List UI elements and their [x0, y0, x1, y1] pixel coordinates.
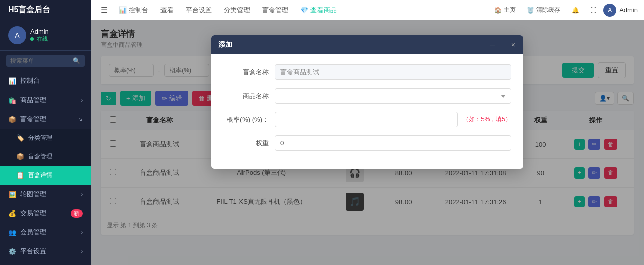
- detail-icon: 📋: [16, 171, 24, 179]
- sidebar-item-platform[interactable]: ⚙️ 平台设置 ›: [0, 242, 91, 261]
- prob-label: 概率(%) (%)：: [223, 115, 269, 124]
- modal-restore-button[interactable]: □: [500, 41, 506, 49]
- box-name-input[interactable]: [275, 64, 511, 80]
- sidebar-item-label: 平台设置: [20, 247, 46, 256]
- chevron-right-icon: ›: [81, 230, 83, 235]
- blindbox-mgr-icon: 📦: [16, 153, 24, 160]
- topnav-avatar: A: [603, 4, 616, 17]
- topnav-home-label: 主页: [504, 6, 516, 14]
- sidebar-item-category[interactable]: 🏷️ 分类管理: [0, 129, 91, 147]
- topnav-home[interactable]: 🏠 主页: [490, 4, 520, 16]
- sidebar-item-goods[interactable]: 🛍️ 商品管理 ›: [0, 91, 91, 110]
- modal-minimize-button[interactable]: ─: [489, 41, 496, 49]
- member-icon: 👥: [8, 229, 16, 236]
- topnav-label: 盲盒管理: [262, 6, 288, 15]
- sidebar-item-label: 交易管理: [20, 209, 46, 218]
- menu-toggle-button[interactable]: ☰: [97, 3, 112, 17]
- modal-body: 盲盒名称 商品名称 概率(%) (%)： （如：5%，填5）: [211, 54, 523, 169]
- page-content: 盲盒详情 盲盒中商品管理 - 提交 重置 ↻ + 添加 ✏ 编辑 🗑: [91, 20, 644, 265]
- user-status: 在线: [30, 35, 49, 43]
- modal-title: 添加: [218, 40, 232, 49]
- sidebar-item-member[interactable]: 👥 会员管理 ›: [0, 223, 91, 242]
- platform-icon: ⚙️: [8, 248, 16, 255]
- chevron-right-icon: ›: [81, 192, 83, 197]
- category-icon: 🏷️: [16, 134, 24, 142]
- topnav-notify[interactable]: 🔔: [568, 5, 583, 16]
- chevron-down-icon: ∨: [79, 117, 83, 122]
- sidebar-search-bar: 🔍: [0, 51, 91, 71]
- weight-label: 权重: [223, 139, 269, 148]
- sidebar-item-blindbox[interactable]: 📦 盲盒管理 ∨: [0, 110, 91, 129]
- expand-icon: ⛶: [590, 7, 596, 14]
- topnav-label: 查看商品: [310, 6, 337, 15]
- topnav-admin-name: Admin: [619, 6, 638, 14]
- topnav-label: 查看: [160, 6, 174, 15]
- topnav-right: 🏠 主页 🗑️ 清除缓存 🔔 ⛶ A Admin: [490, 4, 638, 17]
- modal-header: 添加 ─ □ ×: [211, 35, 523, 54]
- sidebar-sub-blindbox: 🏷️ 分类管理 📦 盲盒管理 📋 盲盒详情: [0, 129, 91, 185]
- sidebar: H5盲盒后台 A Admin 在线 🔍 📊 控制台 🛍️ 商品管理 › 📦: [0, 0, 91, 265]
- blindbox-icon: 📦: [8, 116, 16, 123]
- sidebar-user: A Admin 在线: [0, 20, 91, 51]
- sidebar-item-label: 控制台: [20, 76, 40, 85]
- form-row-prob: 概率(%) (%)： （如：5%，填5）: [223, 112, 511, 127]
- status-dot: [30, 37, 34, 41]
- trade-icon: 💰: [8, 210, 16, 217]
- topnav-platform-settings[interactable]: 平台设置: [181, 4, 217, 17]
- sidebar-item-label: 盲盒管理: [20, 115, 46, 124]
- form-row-weight: 权重: [223, 135, 511, 151]
- topnav-view-goods[interactable]: 💎 查看商品: [295, 4, 342, 17]
- box-name-label: 盲盒名称: [223, 68, 269, 77]
- modal-overlay: 添加 ─ □ × 盲盒名称 商品名称: [91, 20, 644, 265]
- sidebar-item-label: 盲盒管理: [28, 152, 52, 161]
- sidebar-item-label: 盲盒详情: [28, 171, 52, 180]
- chevron-right-icon: ›: [81, 249, 83, 254]
- sidebar-item-label: 轮图管理: [20, 190, 46, 199]
- prob-hint: （如：5%，填5）: [463, 115, 511, 124]
- topnav-blindbox[interactable]: 盲盒管理: [257, 4, 293, 17]
- sidebar-item-common[interactable]: 🔧 常规管理 ›: [0, 261, 91, 265]
- topnav-category[interactable]: 分类管理: [219, 4, 255, 17]
- product-name-select[interactable]: [275, 88, 511, 104]
- sidebar-item-blindbox-mgr[interactable]: 📦 盲盒管理: [0, 147, 91, 166]
- avatar: A: [8, 26, 26, 44]
- trade-badge: 新: [71, 209, 83, 218]
- bell-icon: 🔔: [572, 7, 579, 14]
- sidebar-item-label: 会员管理: [20, 228, 46, 237]
- sidebar-logo: H5盲盒后台: [0, 0, 91, 20]
- modal-header-actions: ─ □ ×: [489, 41, 516, 49]
- carousel-icon: 🖼️: [8, 191, 16, 198]
- form-row-product-name: 商品名称: [223, 88, 511, 104]
- username: Admin: [30, 28, 49, 35]
- topnav-dashboard[interactable]: 📊 控制台: [114, 4, 153, 17]
- sidebar-item-label: 分类管理: [28, 134, 52, 142]
- topnav-label: 控制台: [129, 6, 148, 15]
- diamond-icon: 💎: [300, 6, 308, 14]
- dashboard-icon: 📊: [8, 77, 16, 85]
- topnav-label: 分类管理: [224, 6, 250, 15]
- weight-input[interactable]: [275, 135, 511, 151]
- sidebar-item-blindbox-detail[interactable]: 📋 盲盒详情: [0, 166, 91, 185]
- topnav-cache-label: 清除缓存: [536, 6, 560, 14]
- sidebar-item-dashboard[interactable]: 📊 控制台: [0, 71, 91, 91]
- user-info: Admin 在线: [30, 28, 49, 43]
- topnav: ☰ 📊 控制台 查看 平台设置 分类管理 盲盒管理 💎 查看商品 🏠 主页 �: [91, 0, 644, 20]
- sidebar-item-label: 商品管理: [20, 96, 46, 105]
- topnav-expand[interactable]: ⛶: [586, 5, 600, 16]
- topnav-clear-cache[interactable]: 🗑️ 清除缓存: [523, 4, 565, 16]
- topnav-view[interactable]: 查看: [155, 4, 179, 17]
- product-name-label: 商品名称: [223, 92, 269, 101]
- form-row-box-name: 盲盒名称: [223, 64, 511, 80]
- main-content: ☰ 📊 控制台 查看 平台设置 分类管理 盲盒管理 💎 查看商品 🏠 主页 �: [91, 0, 644, 265]
- sidebar-item-carousel[interactable]: 🖼️ 轮图管理 ›: [0, 185, 91, 204]
- search-icon: 🔍: [73, 57, 80, 64]
- sidebar-nav: 📊 控制台 🛍️ 商品管理 › 📦 盲盒管理 ∨ 🏷️ 分类管理 📦 盲盒管理 …: [0, 71, 91, 265]
- sidebar-item-trade[interactable]: 💰 交易管理 新: [0, 204, 91, 223]
- trash-icon: 🗑️: [527, 7, 534, 14]
- prob-input[interactable]: [275, 112, 458, 127]
- topnav-label: 平台设置: [186, 6, 212, 15]
- goods-icon: 🛍️: [8, 97, 16, 104]
- chevron-right-icon: ›: [81, 98, 83, 103]
- modal-close-button[interactable]: ×: [510, 41, 516, 49]
- add-modal: 添加 ─ □ × 盲盒名称 商品名称: [211, 35, 523, 169]
